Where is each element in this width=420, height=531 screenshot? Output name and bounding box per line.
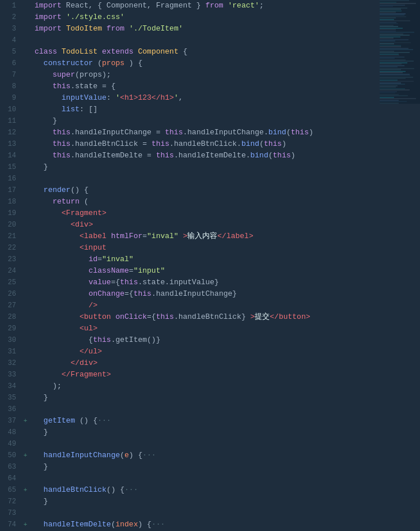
token-tag: > [102, 208, 107, 219]
line-number: 31 [0, 346, 16, 357]
line-number: 49 [0, 438, 16, 450]
token-fn: bind [251, 150, 268, 161]
token-plain: .handleBtnClick. [169, 138, 241, 150]
token-str: './TodeItem' [129, 23, 183, 35]
fold-gutter-cell [21, 300, 30, 311]
fold-gutter-cell [21, 438, 30, 450]
fold-gutter-cell [21, 184, 30, 196]
line-number: 12 [0, 127, 16, 138]
fold-icon[interactable]: + [24, 484, 28, 496]
token-plain [35, 323, 80, 334]
code-line [35, 473, 420, 484]
token-plain: ; [259, 0, 264, 12]
code-line: class TodoList extends Component { [35, 46, 420, 58]
token-tag: > [246, 311, 255, 323]
fold-gutter-cell [21, 334, 30, 346]
line-number: 13 [0, 138, 16, 150]
fold-icon[interactable]: + [24, 450, 28, 461]
token-this-kw: this [264, 138, 282, 150]
token-plain [35, 208, 62, 219]
code-line: id="inval" [35, 254, 420, 265]
line-number: 30 [0, 334, 16, 346]
token-plain: .handleInputChange = [70, 127, 165, 138]
token-plain: : [] [80, 104, 97, 115]
token-plain [35, 58, 44, 69]
token-this-kw: this [93, 334, 111, 346]
token-tag: </ul> [80, 346, 102, 357]
fold-gutter-cell[interactable]: + [21, 415, 30, 427]
fold-gutter-cell [21, 138, 30, 150]
token-this-kw: this [120, 277, 138, 288]
token-plain [35, 484, 44, 496]
code-line: import TodoItem from './TodeItem' [35, 23, 420, 35]
fold-icon[interactable]: + [24, 415, 28, 427]
line-number: 20 [0, 219, 16, 231]
line-number: 14 [0, 150, 16, 161]
code-line: list: [] [35, 104, 420, 115]
fold-gutter-cell [21, 46, 30, 58]
code-line: } [35, 161, 420, 173]
code-line: } [35, 461, 420, 473]
token-plain [124, 23, 129, 35]
token-tag: </Fragment> [62, 369, 111, 381]
token-plain: ( [93, 58, 102, 69]
token-plain [107, 231, 111, 242]
fold-gutter-cell [21, 208, 30, 219]
token-kw: class [35, 46, 57, 58]
code-line: <div> [35, 219, 420, 231]
token-this-kw: this [156, 311, 174, 323]
fold-gutter-cell [21, 161, 30, 173]
line-number: 50 [0, 450, 16, 461]
fold-gutter-cell[interactable]: + [21, 519, 30, 530]
fold-gutter-cell [21, 58, 30, 69]
code-line: this.handleItemDelte = this.handleItemDe… [35, 150, 420, 161]
token-plain [35, 450, 44, 461]
token-prop: list [62, 104, 80, 115]
fold-gutter-cell [21, 104, 30, 115]
line-number: 37 [0, 415, 16, 427]
line-number: 65 [0, 484, 16, 496]
line-number: 4 [0, 35, 16, 46]
token-attr: className [89, 265, 129, 277]
token-ellipsis: ··· [142, 450, 156, 461]
token-plain: ) [291, 150, 296, 161]
fold-gutter-cell[interactable]: + [21, 484, 30, 496]
line-numbers: 1234567891011121314151617181920212223242… [0, 0, 21, 531]
line-number: 35 [0, 392, 16, 404]
token-tag: /> [89, 300, 98, 311]
line-number: 6 [0, 58, 16, 69]
line-number: 74 [0, 519, 16, 530]
fold-gutter-cell [21, 150, 30, 161]
fold-gutter-cell [21, 231, 30, 242]
token-plain: } [35, 461, 48, 473]
token-plain: ); [35, 381, 62, 392]
fold-icon[interactable]: + [24, 519, 28, 530]
token-plain: .state.inputValue} [138, 277, 218, 288]
line-number: 8 [0, 81, 16, 92]
token-plain: React, { Component, Fragment } [62, 0, 206, 12]
fold-gutter-cell[interactable]: + [21, 450, 30, 461]
token-this-kw: this [165, 127, 183, 138]
token-this-kw: this [52, 127, 70, 138]
token-prop: inputValue [62, 92, 107, 104]
code-line [35, 438, 420, 450]
token-plain [57, 46, 62, 58]
token-attr: htmlFor [111, 231, 143, 242]
token-plain: ( [80, 196, 89, 208]
token-plain [224, 0, 228, 12]
token-plain: ( [259, 138, 264, 150]
token-plain [35, 184, 44, 196]
code-line: this.state = { [35, 81, 420, 92]
token-param: index [115, 519, 138, 530]
fold-gutter-cell [21, 404, 30, 415]
fold-gutter-cell [21, 196, 30, 208]
token-plain: ) { [129, 450, 142, 461]
line-number: 32 [0, 357, 16, 369]
fold-gutter-cell [21, 496, 30, 507]
code-line: this.handleBtnClick = this.handleBtnClic… [35, 138, 420, 150]
code-line [35, 507, 420, 519]
fold-gutter-cell [21, 115, 30, 127]
token-plain: () { [75, 415, 97, 427]
line-number: 15 [0, 161, 16, 173]
token-attr: id [89, 254, 98, 265]
